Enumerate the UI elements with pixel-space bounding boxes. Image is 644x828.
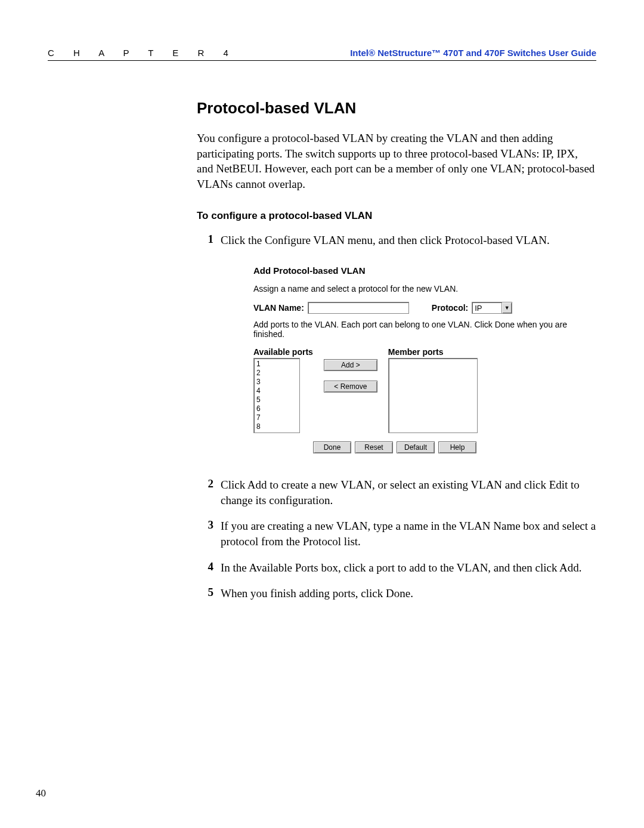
page-number: 40 [36,787,46,799]
help-button[interactable]: Help [438,441,476,453]
step: 4 In the Available Ports box, click a po… [197,560,596,576]
procedure-heading: To configure a protocol-based VLAN [197,210,596,222]
done-button[interactable]: Done [313,441,351,453]
step: 3 If you are creating a new VLAN, type a… [197,518,596,549]
list-item[interactable]: 2 [256,369,297,378]
member-ports-listbox[interactable] [388,358,478,433]
step-number: 4 [197,560,221,576]
protocol-value[interactable] [472,302,501,314]
section-heading: Protocol-based VLAN [197,99,596,118]
step-number: 2 [197,477,221,508]
default-button[interactable]: Default [397,441,435,453]
dialog-screenshot: Add Protocol-based VLAN Assign a name an… [253,265,596,453]
document-title: Intel® NetStructure™ 470T and 470F Switc… [350,48,596,58]
step-number: 3 [197,518,221,549]
intro-paragraph: You configure a protocol-based VLAN by c… [197,131,596,192]
available-ports-label: Available ports [253,347,313,357]
step: 2 Click Add to create a new VLAN, or sel… [197,477,596,508]
list-item[interactable]: 4 [256,387,297,396]
list-item[interactable]: 8 [256,422,297,431]
step-text: When you finish adding ports, click Done… [221,586,413,601]
chapter-label: C H A P T E R 4 [48,48,237,58]
step-text: Click Add to create a new VLAN, or selec… [221,477,596,508]
step-number: 1 [197,233,221,248]
step-text: Click the Configure VLAN menu, and then … [221,233,550,248]
list-item[interactable]: 7 [256,413,297,422]
vlan-name-input[interactable] [308,302,409,314]
dialog-instruction-2: Add ports to the VLAN. Each port can bel… [253,320,596,339]
dialog-instruction: Assign a name and select a protocol for … [253,284,596,293]
vlan-name-label: VLAN Name: [253,303,304,313]
list-item[interactable]: 3 [256,378,297,387]
step-text: In the Available Ports box, click a port… [221,560,582,576]
available-ports-listbox[interactable]: 1 2 3 4 5 6 7 8 [253,358,300,433]
chevron-down-icon[interactable]: ▼ [501,302,512,314]
member-ports-label: Member ports [388,347,478,357]
step-number: 5 [197,586,221,601]
step: 1 Click the Configure VLAN menu, and the… [197,233,596,248]
step-text: If you are creating a new VLAN, type a n… [221,518,596,549]
list-item[interactable]: 6 [256,404,297,413]
page-header: C H A P T E R 4 Intel® NetStructure™ 470… [48,48,596,61]
reset-button[interactable]: Reset [355,441,393,453]
step: 5 When you finish adding ports, click Do… [197,586,596,601]
protocol-label: Protocol: [432,303,468,313]
list-item[interactable]: 5 [256,396,297,404]
add-button[interactable]: Add > [324,359,377,371]
dialog-title: Add Protocol-based VLAN [253,265,596,276]
list-item[interactable]: 1 [256,360,297,369]
protocol-select[interactable]: ▼ [472,302,512,314]
remove-button[interactable]: < Remove [324,381,377,393]
